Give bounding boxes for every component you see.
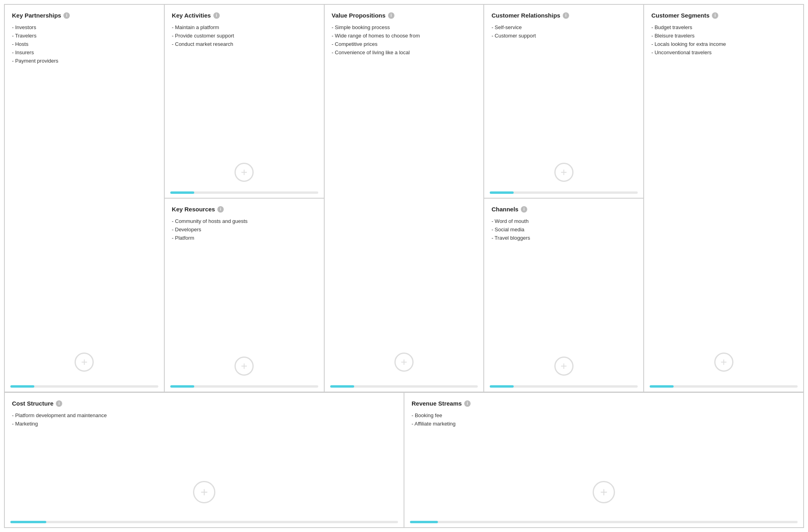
value-propositions-add-button[interactable]: + [394,353,414,372]
key-resources-add-button[interactable]: + [235,357,254,376]
list-item: Locals looking for extra income [651,41,796,47]
add-icon: + [81,357,87,368]
list-item: Wide range of homes to choose from [332,33,477,39]
list-item: Word of mouth [491,218,636,224]
key-resources-info-icon[interactable]: i [217,206,224,213]
add-icon: + [201,486,208,499]
value-propositions-header: Value Propositions i [332,12,477,19]
channels-progress [490,385,638,388]
bottom-grid: Cost Structure i Platform development an… [4,392,804,528]
key-activities-items: Maintain a platform Provide customer sup… [172,24,317,47]
add-icon: + [600,486,608,499]
top-grid: Key Partnerships i Investors Travelers H… [4,4,804,392]
list-item: Travelers [12,33,157,39]
list-item: Self-service [491,24,636,30]
list-item: Conduct market research [172,41,317,47]
customer-relationships-items: Self-service Customer support [491,24,636,39]
list-item: Platform [172,235,317,241]
channels-items: Word of mouth Social media Travel blogge… [491,218,636,241]
list-item: Investors [12,24,157,30]
cost-structure-items: Platform development and maintenance Mar… [12,412,396,427]
add-icon: + [241,361,247,372]
cost-structure-progress [10,521,398,523]
progress-fill [650,385,674,388]
channels-title: Channels [491,206,518,213]
list-item: Travel bloggers [491,235,636,241]
cost-structure-header: Cost Structure i [12,400,396,407]
cost-structure-info-icon[interactable]: i [56,400,62,407]
value-propositions-cell: Value Propositions i Simple booking proc… [324,4,484,392]
key-activities-info-icon[interactable]: i [213,12,220,19]
key-activities-progress [170,191,318,194]
revenue-streams-header: Revenue Streams i [412,400,796,407]
customer-segments-info-icon[interactable]: i [712,12,718,19]
progress-fill [10,521,46,523]
list-item: Insurers [12,49,157,55]
canvas: Key Partnerships i Investors Travelers H… [0,0,808,532]
channels-cell: Channels i Word of mouth Social media Tr… [484,198,644,392]
cost-structure-add-button[interactable]: + [193,481,215,503]
add-icon: + [401,357,407,368]
list-item: Unconventional travelers [651,49,796,55]
key-resources-items: Community of hosts and guests Developers… [172,218,317,241]
key-resources-progress [170,385,318,388]
key-activities-add-button[interactable]: + [235,163,254,182]
cost-structure-title: Cost Structure [12,400,53,407]
list-item: Platform development and maintenance [12,412,396,418]
customer-segments-header: Customer Segments i [651,12,796,19]
list-item: Bleisure travelers [651,33,796,39]
key-partnerships-add-button[interactable]: + [75,353,94,372]
key-activities-header: Key Activities i [172,12,317,19]
list-item: Payment providers [12,58,157,64]
progress-fill [490,191,514,194]
progress-fill [170,385,194,388]
revenue-streams-info-icon[interactable]: i [464,400,471,407]
list-item: Simple booking process [332,24,477,30]
value-propositions-items: Simple booking process Wide range of hom… [332,24,477,55]
revenue-streams-items: Booking fee Affiliate marketing [412,412,796,427]
revenue-streams-title: Revenue Streams [412,400,462,407]
list-item: Community of hosts and guests [172,218,317,224]
list-item: Convenience of living like a local [332,49,477,55]
progress-fill [410,521,438,523]
key-partnerships-info-icon[interactable]: i [63,12,70,19]
value-propositions-title: Value Propositions [332,12,386,19]
key-resources-cell: Key Resources i Community of hosts and g… [164,198,324,392]
customer-segments-title: Customer Segments [651,12,709,19]
customer-relationships-info-icon[interactable]: i [563,12,569,19]
key-resources-title: Key Resources [172,206,215,213]
list-item: Booking fee [412,412,796,418]
list-item: Hosts [12,41,157,47]
revenue-streams-cell: Revenue Streams i Booking fee Affiliate … [404,392,804,528]
key-partnerships-progress [10,385,158,388]
add-icon: + [241,167,247,178]
customer-relationships-progress [490,191,638,194]
customer-relationships-title: Customer Relationships [491,12,560,19]
value-propositions-info-icon[interactable]: i [388,12,394,19]
add-icon: + [561,167,567,178]
revenue-streams-progress [410,521,798,523]
customer-segments-progress [650,385,798,388]
list-item: Social media [491,227,636,233]
channels-info-icon[interactable]: i [521,206,527,213]
cost-structure-cell: Cost Structure i Platform development an… [4,392,404,528]
add-icon: + [561,361,567,372]
list-item: Developers [172,227,317,233]
list-item: Marketing [12,421,396,427]
key-partnerships-title: Key Partnerships [12,12,61,19]
customer-relationships-header: Customer Relationships i [491,12,636,19]
customer-segments-add-button[interactable]: + [714,353,733,372]
key-partnerships-items: Investors Travelers Hosts Insurers Payme… [12,24,157,64]
customer-relationships-add-button[interactable]: + [554,163,573,182]
channels-header: Channels i [491,206,636,213]
revenue-streams-add-button[interactable]: + [593,481,615,503]
list-item: Budget travelers [651,24,796,30]
add-icon: + [720,357,727,368]
list-item: Maintain a platform [172,24,317,30]
progress-fill [10,385,34,388]
list-item: Customer support [491,33,636,39]
customer-segments-items: Budget travelers Bleisure travelers Loca… [651,24,796,55]
list-item: Competitive prices [332,41,477,47]
channels-add-button[interactable]: + [554,357,573,376]
key-activities-cell: Key Activities i Maintain a platform Pro… [164,4,324,198]
